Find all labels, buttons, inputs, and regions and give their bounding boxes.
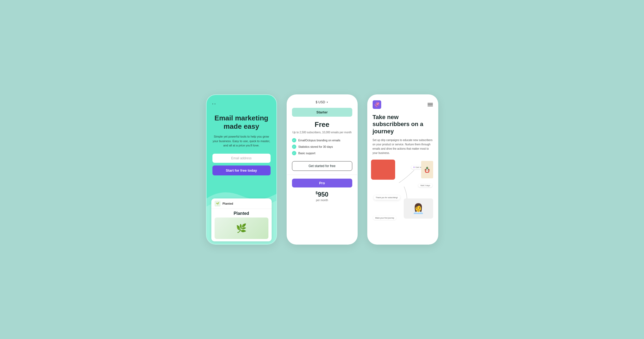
pro-price: $950: [292, 191, 352, 198]
phone1-email-card: 🌱 Planted Planted 🌿: [211, 198, 272, 241]
plan-divider: [287, 175, 357, 175]
phone1-logo: • •: [212, 102, 271, 105]
dot-icon: [413, 167, 415, 168]
phone-1: • • Email marketing made easy Simple yet…: [206, 94, 277, 245]
feature-item-branding: ✓ EmailOctopus branding on emails: [292, 138, 352, 142]
feature-item-statistics: ✓ Statistics stored for 30 days: [292, 145, 352, 149]
plan-features-list: ✓ EmailOctopus branding on emails ✓ Stat…: [292, 138, 352, 157]
feature-item-support: ✓ Basic support: [292, 151, 352, 155]
phone1-cta-button[interactable]: Start for free today: [212, 165, 271, 175]
journey-visual: User signs up 🪆 Wait 3 days Thank you fo…: [371, 160, 435, 221]
plant-emoji: 🌿: [236, 223, 247, 233]
phone1-card-title: Planted: [223, 202, 233, 205]
phone3-subtext: Set up drip campaigns to educate new sub…: [373, 138, 433, 155]
phone1-email-input[interactable]: Email address: [212, 154, 271, 163]
hamburger-line-2: [428, 104, 433, 105]
phone1-headline: Email marketing made easy: [212, 114, 271, 131]
free-price-description: Up to 2,500 subscribers, 10,000 emails p…: [292, 130, 352, 134]
pro-per-month: per month: [292, 199, 352, 202]
starter-plan-tab[interactable]: Starter: [292, 108, 352, 117]
phone-2: $ USD ▼ Starter Free Up to 2,500 subscri…: [287, 94, 358, 245]
feature-label-branding: EmailOctopus branding on emails: [298, 139, 340, 142]
hamburger-line-1: [428, 103, 433, 104]
phones-container: • • Email marketing made easy Simple yet…: [195, 78, 449, 261]
phone1-brand-name: Planted: [215, 211, 268, 216]
mannequin-figure: 🪆: [421, 161, 433, 178]
check-icon: ✓: [292, 151, 296, 155]
make-first-journey-label: Make your first journey: [373, 216, 396, 220]
phone3-headline: Take new subscribbers on a journey: [373, 114, 433, 135]
pro-plan-tab[interactable]: Pro: [292, 179, 352, 187]
check-icon: ✓: [292, 138, 296, 142]
pro-price-symbol: $: [316, 191, 318, 195]
hamburger-menu-icon[interactable]: [428, 103, 433, 106]
woman-emoji: 👩‍💼: [412, 203, 424, 214]
journey-red-card: 🪆: [371, 160, 395, 180]
currency-selector[interactable]: $ USD ▼: [292, 100, 352, 104]
thankyou-card: Thank you for subscribing!: [374, 195, 400, 200]
wait-3-days-label: Wait 3 days: [418, 184, 432, 187]
phone1-card-icon: 🌱: [215, 201, 220, 207]
phone1-subtext: Simple yet powerful tools to help you gr…: [212, 134, 271, 148]
get-started-button[interactable]: Get started for free: [292, 161, 352, 171]
check-icon: ✓: [292, 145, 296, 149]
pro-price-value: 950: [318, 191, 328, 198]
phone-3: 🦑 Take new subscribbers on a journey Set…: [367, 94, 438, 245]
feature-label-support: Basic support: [298, 152, 316, 155]
woman-whiteboard-card: 👩‍💼: [404, 198, 433, 219]
svg-text:🦑: 🦑: [374, 102, 380, 108]
emailoctopus-logo-icon: 🦑: [373, 100, 381, 109]
thankyou-text: Thank you for subscribing!: [376, 197, 398, 198]
feature-label-statistics: Statistics stored for 30 days: [298, 145, 333, 148]
currency-label: $ USD: [316, 100, 325, 104]
chevron-down-icon: ▼: [326, 101, 328, 104]
make-journey-text: Make your first journey: [375, 217, 394, 219]
free-price: Free: [292, 120, 352, 129]
phone3-header: 🦑: [373, 100, 433, 109]
phone1-card-plant-image: 🌿: [215, 218, 268, 239]
hamburger-line-3: [428, 106, 433, 106]
